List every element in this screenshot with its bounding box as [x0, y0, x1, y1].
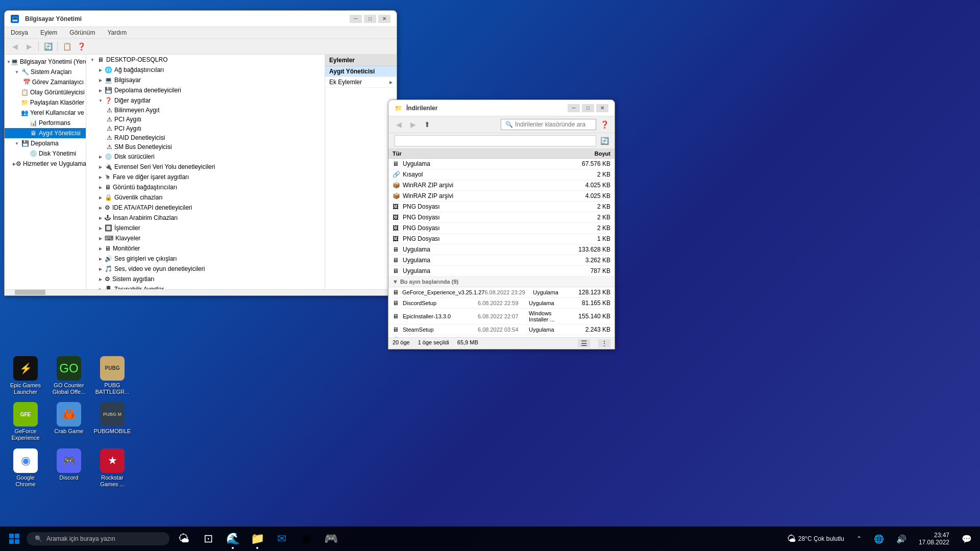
dl-row-epic[interactable]: 🖥 EpicInstaller-13.3.0 6.08.2022 22:07 W…: [388, 309, 615, 324]
menu-eylem[interactable]: Eylem: [38, 28, 59, 37]
refresh-button[interactable]: 🔄: [42, 40, 54, 53]
dl-row-app3[interactable]: 🖥 Uygulama 3.262 KB: [388, 255, 615, 266]
dl-view-list-btn[interactable]: ☰: [578, 339, 590, 347]
right-action-ek[interactable]: Ek Eylemler ▶: [325, 77, 397, 88]
fare-item[interactable]: ▶ 🖱 Fare ve diğer işaret aygıtları: [86, 172, 325, 182]
tree-root[interactable]: ▼ 💻 Bilgisayar Yönetimi (Yerel): [5, 57, 86, 67]
desktop-computer[interactable]: ▼ 🖥 DESKTOP-OESQLRO: [86, 55, 325, 65]
depolama-controller-item[interactable]: ▶ 💾 Depolama denetleyicileri: [86, 85, 325, 95]
downloads-maximize-button[interactable]: □: [582, 104, 594, 112]
dl-row-discord[interactable]: 🖥 DiscordSetup 6.08.2022 22:59 Uygulama …: [388, 298, 615, 309]
tree-depolama[interactable]: ▼ 💾 Depolama: [5, 138, 86, 148]
pci2-item[interactable]: ⚠ PCI Aygıtı: [86, 124, 325, 133]
dl-row-png2[interactable]: 🖼 PNG Dosyası 2 KB: [388, 212, 615, 223]
ses-io-item[interactable]: ▶ 🔊 Ses girişleri ve çıkışları: [86, 254, 325, 264]
smbus-item[interactable]: ⚠ SM Bus Denetleyicisi: [86, 142, 325, 152]
help-button[interactable]: ❓: [75, 40, 87, 53]
right-action-aygit[interactable]: Aygıt Yöneticisi: [325, 66, 397, 77]
desktop-icon-geforce[interactable]: GFE GeForceExperience: [5, 400, 46, 443]
dl-row-app4[interactable]: 🖥 Uygulama 787 KB: [388, 266, 615, 277]
desktop-icon-crab[interactable]: 🦀 Crab Game: [48, 400, 89, 443]
dl-row-png3[interactable]: 🖼 PNG Dosyası 2 KB: [388, 223, 615, 234]
tree-gorev[interactable]: 📅 Görev Zamanlayıcı: [5, 77, 86, 87]
properties-button[interactable]: 📋: [61, 40, 73, 53]
maximize-button[interactable]: □: [364, 15, 376, 23]
tree-paylasilan[interactable]: 📁 Paylaşılan Klasörler: [5, 97, 86, 108]
dl-row-png1[interactable]: 🖼 PNG Dosyası 2 KB: [388, 202, 615, 212]
tree-aygit[interactable]: 🖥 Aygıt Yöneticisi: [5, 128, 86, 138]
dl-forward-button[interactable]: ▶: [407, 118, 419, 131]
close-button[interactable]: ✕: [378, 15, 390, 23]
ses-video-item[interactable]: ▶ 🎵 Ses, video ve oyun denetleyicileri: [86, 264, 325, 274]
raid-item[interactable]: ⚠ RAID Denetleyicisi: [86, 133, 325, 142]
islemci-item[interactable]: ▶ 🔲 İşlemciler: [86, 223, 325, 233]
dl-row-shortcut[interactable]: 🔗 Kısayol 2 KB: [388, 169, 615, 180]
evrensel-item[interactable]: ▶ 🔌 Evrensel Seri Veri Yolu denetleyicil…: [86, 162, 325, 172]
dl-back-button[interactable]: ◀: [393, 118, 405, 131]
tree-hizmetler[interactable]: ▶ ⚙ Hizmetler ve Uygulamalar: [5, 159, 86, 169]
menu-gorunum[interactable]: Görünüm: [67, 28, 97, 37]
tree-performans[interactable]: 📊 Performans: [5, 118, 86, 128]
taskbar-taskview-icon[interactable]: ⊡: [196, 527, 220, 551]
tree-disk[interactable]: 💿 Disk Yönetimi: [5, 148, 86, 159]
forward-button[interactable]: ▶: [23, 40, 35, 53]
tree-sistem-araclari[interactable]: ▼ 🔧 Sistem Araçları: [5, 67, 86, 77]
dl-up-button[interactable]: ⬆: [421, 118, 433, 131]
diger-item[interactable]: ▼ ❓ Diğer aygıtlar: [86, 95, 325, 106]
path-bar[interactable]: [395, 135, 596, 146]
dl-row-steam[interactable]: 🖥 SteamSetup 6.08.2022 03:54 Uygulama 2.…: [388, 324, 615, 335]
klavye-item[interactable]: ▶ ⌨ Klavyeler: [86, 233, 325, 243]
dl-row-rar1[interactable]: 📦 WinRAR ZIP arşivi 4.025 KB: [388, 180, 615, 191]
ag-item[interactable]: ▶ 🌐 Ağ bağdaştırıcıları: [86, 65, 325, 75]
insan-item[interactable]: ▶ 🕹 İnsan Arabirim Cihazları: [86, 213, 325, 223]
taskbar-notification-icon[interactable]: 💬: [958, 532, 976, 546]
taskbar-steam-taskbar-icon[interactable]: 🎮: [318, 527, 343, 551]
dl-row-app1[interactable]: 🖥 Uygulama 67.576 KB: [388, 159, 615, 169]
dl-row-app2[interactable]: 🖥 Uygulama 133.628 KB: [388, 244, 615, 255]
taskbar-mail-icon[interactable]: ✉: [270, 527, 294, 551]
downloads-minimize-button[interactable]: ─: [568, 104, 580, 112]
dl-row-rar2[interactable]: 📦 WinRAR ZIP arşivi 4.025 KB: [388, 191, 615, 202]
taskbar-hidden-icons[interactable]: ⌃: [852, 533, 866, 544]
desktop-icon-pubgmobile[interactable]: PUBG M PUBGMOBILE: [92, 400, 133, 443]
taskbar-lan-icon[interactable]: 🌐: [870, 532, 888, 546]
desktop-icon-pubg[interactable]: PUBG PUBGBATTLEGR...: [92, 354, 133, 397]
dl-row-geforce[interactable]: 🖥 GeForce_Experience_v3.25.1.27 6.08.202…: [388, 287, 615, 298]
taskbar-volume-icon[interactable]: 🔊: [892, 532, 911, 546]
taskbar-widget-icon[interactable]: 🌤: [172, 527, 196, 551]
dl-refresh-button[interactable]: 🔄: [598, 135, 610, 147]
menu-yardim[interactable]: Yardım: [105, 28, 129, 37]
ide-item[interactable]: ▶ ⚙ IDE ATA/ATAPI denetleyicileri: [86, 203, 325, 213]
taskbar-edge-icon[interactable]: 🌊: [220, 527, 245, 551]
guvenlik-item[interactable]: ▶ 🔒 Güvenlik cihazları: [86, 192, 325, 203]
dl-help-button[interactable]: ❓: [598, 118, 610, 131]
start-button[interactable]: [4, 529, 24, 549]
tree-yerel[interactable]: 👥 Yerel Kullanıcılar ve Gru: [5, 108, 86, 118]
downloads-close-button[interactable]: ✕: [596, 104, 608, 112]
menu-dosya[interactable]: Dosya: [9, 28, 30, 37]
taskbar-chrome-taskbar-icon[interactable]: ◉: [294, 527, 318, 551]
tree-olay[interactable]: 📋 Olay Görüntüleyicisi: [5, 87, 86, 97]
back-button[interactable]: ◀: [9, 40, 21, 53]
pci1-item[interactable]: ⚠ PCI Aygıtı: [86, 115, 325, 124]
desktop-icon-rockstar[interactable]: ★ RockstarGames ...: [92, 446, 133, 490]
sistem-item[interactable]: ▶ ⚙ Sistem aygıtları: [86, 274, 325, 284]
desktop-icon-discord[interactable]: 🎮 Discord: [48, 446, 89, 490]
desktop-icon-epic[interactable]: ⚡ Epic GamesLauncher: [5, 354, 46, 397]
taskbar-search[interactable]: 🔍 Aramak için buraya yazın: [27, 532, 169, 545]
bilinmeyen-item[interactable]: ⚠ Bilinmeyen Aygıt: [86, 106, 325, 115]
monitor-item[interactable]: ▶ 🖥 Monitörler: [86, 243, 325, 254]
taskbar-clock[interactable]: 23:47 17.08.2022: [915, 530, 953, 548]
minimize-button[interactable]: ─: [350, 15, 362, 23]
desktop-icon-counter[interactable]: GO GO Counter Global Offe...: [48, 354, 89, 397]
weather-widget[interactable]: 🌤 28°C Çok bulutlu: [783, 532, 848, 546]
goruntu-item[interactable]: ▶ 🖥 Görüntü bağdaştırıcıları: [86, 182, 325, 192]
dl-row-png4[interactable]: 🖼 PNG Dosyası 1 KB: [388, 234, 615, 244]
downloads-search-input[interactable]: [515, 121, 592, 128]
bilgisayar-item[interactable]: ▶ 💻 Bilgisayar: [86, 75, 325, 85]
scrollbar-thumb[interactable]: [15, 290, 45, 295]
taskbar-files-icon[interactable]: 📁: [245, 527, 270, 551]
tasınabilir-item[interactable]: ▶ 📱 Taşınabilir Aygıtlar: [86, 284, 325, 289]
disk-suruculeri-item[interactable]: ▶ 💿 Disk sürücüleri: [86, 152, 325, 162]
desktop-icon-chrome[interactable]: ◉ Google Chrome: [5, 446, 46, 490]
